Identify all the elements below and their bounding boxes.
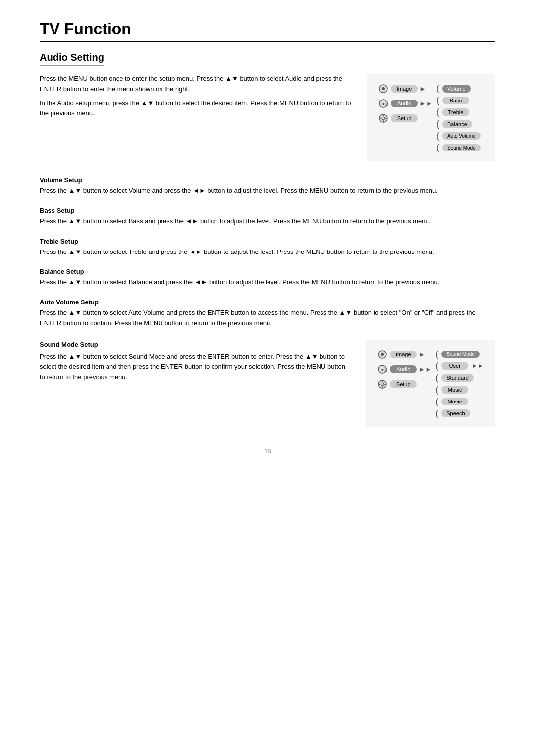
volume-setup-title: Volume Setup — [40, 176, 495, 184]
balance-setup-text: Press the ▲▼ button to select Balance an… — [40, 277, 495, 288]
right-submenu-1: ( Volume ( Bass ( Treble ( Balance ( Aut… — [436, 83, 485, 153]
arrow2-user: ►► — [472, 362, 483, 369]
sub-auto-volume: ( Auto Volume — [436, 131, 485, 141]
image2-icon — [376, 348, 389, 361]
sound-mode-title: Sound Mode Setup — [40, 340, 351, 350]
treble-setup-text: Press the ▲▼ button to select Treble and… — [40, 247, 495, 257]
arrow2-image: ► — [418, 351, 425, 358]
image-icon — [377, 82, 390, 95]
svg-point-1 — [382, 87, 385, 90]
sub-balance: ( Balance — [436, 119, 485, 129]
page-number: 18 — [40, 447, 495, 454]
svg-point-11 — [381, 353, 384, 356]
audio-top-section: Press the MENU button once to enter the … — [40, 74, 495, 161]
sub2-standard: ( Standard — [435, 373, 485, 383]
setup2-icon — [376, 378, 389, 391]
sub2-speech: ( Speech — [435, 408, 485, 419]
menu2-item-audio: Audio — [390, 365, 417, 373]
audio2-icon: ◄)) — [376, 363, 389, 376]
auto-volume-setup-text: Press the ▲▼ button to select Auto Volum… — [40, 308, 495, 329]
audio-icon: ◄)) — [377, 97, 390, 110]
section-heading: Audio Setting — [40, 52, 104, 66]
menu-item-audio: Audio — [391, 100, 418, 107]
sub2-sound-mode: ( Sound Mode — [435, 349, 485, 359]
bass-setup-section: Bass Setup Press the ▲▼ button to select… — [40, 207, 495, 227]
setup-sections: Volume Setup Press the ▲▼ button to sele… — [40, 176, 495, 329]
setup-icon — [377, 112, 390, 125]
menu-item-image: Image — [391, 85, 418, 93]
sub-sound-mode: ( Sound Mode — [436, 143, 485, 153]
sub2-music: ( Music — [435, 385, 485, 395]
menu2-item-setup: Setup — [390, 380, 417, 388]
menu-diagram-2: Image ► ◄)) Audio ►► — [366, 340, 495, 427]
treble-setup-title: Treble Setup — [40, 238, 495, 245]
sub2-user: ( User ►► — [435, 361, 485, 371]
sub-treble: ( Treble — [436, 107, 485, 117]
arrow2-audio: ►► — [418, 365, 432, 373]
arrow-image: ► — [419, 85, 426, 93]
intro-para1: Press the MENU button once to enter the … — [40, 74, 352, 95]
sub-volume: ( Volume — [436, 83, 485, 94]
right-submenu-2: ( Sound Mode ( User ►► ( Standard ( Musi… — [435, 349, 485, 419]
sub-bass: ( Bass — [436, 95, 485, 105]
treble-setup-section: Treble Setup Press the ▲▼ button to sele… — [40, 238, 495, 257]
bass-setup-title: Bass Setup — [40, 207, 495, 214]
arrow-audio: ►► — [419, 100, 433, 107]
sound-mode-text-block: Sound Mode Setup Press the ▲▼ button to … — [40, 340, 351, 427]
svg-text:◄)): ◄)) — [381, 101, 388, 106]
bass-setup-text: Press the ▲▼ button to select Bass and p… — [40, 216, 495, 227]
menu2-item-image: Image — [390, 351, 417, 358]
intro-text: Press the MENU button once to enter the … — [40, 74, 352, 161]
sub2-movie: ( Movie — [435, 397, 485, 407]
sound-mode-body: Press the ▲▼ button to select Sound Mode… — [40, 352, 351, 383]
sound-mode-section: Sound Mode Setup Press the ▲▼ button to … — [40, 340, 495, 427]
balance-setup-section: Balance Setup Press the ▲▼ button to sel… — [40, 268, 495, 288]
menu-item-setup: Setup — [391, 114, 418, 122]
auto-volume-setup-title: Auto Volume Setup — [40, 299, 495, 306]
page-title: TV Function — [40, 20, 495, 42]
svg-text:◄)): ◄)) — [380, 367, 387, 372]
volume-setup-section: Volume Setup Press the ▲▼ button to sele… — [40, 176, 495, 196]
volume-setup-text: Press the ▲▼ button to select Volume and… — [40, 186, 495, 196]
balance-setup-title: Balance Setup — [40, 268, 495, 275]
intro-para2: In the Audio setup menu, press the ▲▼ bu… — [40, 99, 352, 119]
auto-volume-setup-section: Auto Volume Setup Press the ▲▼ button to… — [40, 299, 495, 329]
menu-diagram-1: Image ► ◄)) Audio ►► — [367, 74, 495, 161]
